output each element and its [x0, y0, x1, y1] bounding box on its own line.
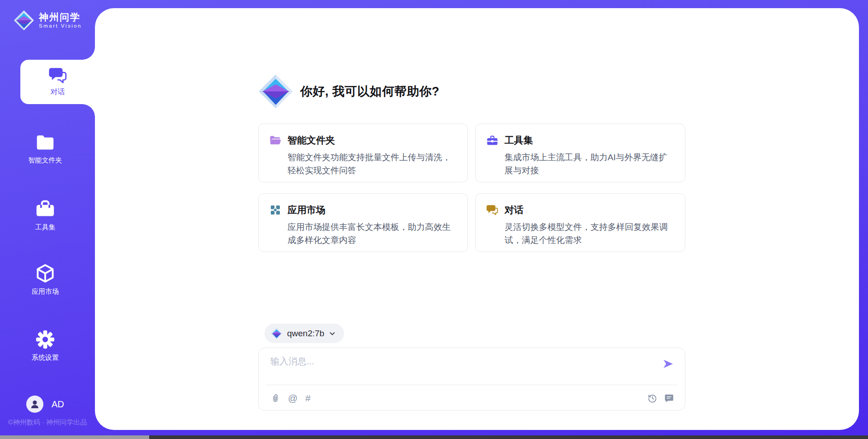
chat-bubbles-icon	[486, 205, 498, 215]
brand-subtitle: Smart Vision	[39, 23, 82, 29]
card-title: 对话	[505, 204, 524, 216]
mention-button[interactable]: @	[288, 393, 297, 403]
gear-icon	[35, 330, 55, 349]
sidebar-item-label: 工具集	[35, 223, 56, 232]
sidebar-item-chat[interactable]: 对话	[20, 60, 95, 104]
sidebar-item-label: 对话	[51, 87, 65, 97]
card-description: 应用市场提供丰富长文本模板，助力高效生成多样化文章内容	[288, 220, 458, 247]
copyright-footer: ©神州数码 · 神州问学出品	[0, 418, 95, 427]
sidebar-item-smart-folder[interactable]: 智能文件夹	[0, 133, 90, 165]
brand-name: 神州问学	[39, 12, 82, 23]
new-chat-button[interactable]	[664, 393, 674, 403]
brand-logo: 神州问学 Smart Vision	[14, 10, 82, 31]
chevron-down-icon	[329, 330, 336, 337]
card-toolset[interactable]: 工具集 集成市场上主流工具，助力AI与外界无缝扩展与对接	[475, 124, 685, 182]
sidebar-item-settings[interactable]: 系统设置	[0, 330, 90, 362]
main-panel: 你好, 我可以如何帮助你? 智能文件夹 智能文件夹功能支持批量文件上传与清洗，轻…	[95, 8, 859, 430]
card-title: 工具集	[505, 134, 533, 147]
send-button[interactable]	[662, 358, 674, 370]
history-button[interactable]	[647, 393, 657, 403]
horizontal-scrollbar[interactable]	[0, 435, 868, 439]
toolbox-icon	[486, 135, 498, 146]
feature-cards: 智能文件夹 智能文件夹功能支持批量文件上传与清洗，轻松实现文件问答 工具集 集成…	[258, 124, 685, 252]
card-description: 灵活切换多模型文件，支持多样回复效果调试，满足个性化需求	[505, 220, 675, 247]
sidebar-item-label: 智能文件夹	[28, 156, 62, 165]
greeting: 你好, 我可以如何帮助你?	[258, 72, 685, 110]
sidebar-item-label: 应用市场	[32, 287, 59, 296]
card-smart-folder[interactable]: 智能文件夹 智能文件夹功能支持批量文件上传与清洗，轻松实现文件问答	[258, 124, 468, 182]
chat-bubbles-icon	[49, 67, 67, 84]
diamond-gem-icon	[271, 327, 283, 340]
attach-file-button[interactable]	[270, 393, 280, 403]
person-icon	[29, 399, 40, 410]
scrollbar-thumb[interactable]	[0, 435, 149, 439]
comment-filled-icon	[664, 393, 674, 403]
card-title: 应用市场	[288, 204, 326, 216]
composer-divider	[266, 385, 678, 385]
user-initials: AD	[52, 399, 64, 410]
card-description: 智能文件夹功能支持批量文件上传与清洗，轻松实现文件问答	[288, 151, 458, 177]
sidebar: 神州问学 Smart Vision 对话 智能文件夹 工具集	[0, 0, 95, 439]
message-input[interactable]	[270, 355, 653, 382]
paperclip-icon	[270, 393, 280, 403]
card-description: 集成市场上主流工具，助力AI与外界无缝扩展与对接	[505, 151, 675, 177]
model-name: qwen2:7b	[287, 329, 324, 339]
card-title: 智能文件夹	[288, 134, 335, 147]
diamond-gem-icon	[258, 73, 293, 110]
model-selector[interactable]: qwen2:7b	[264, 324, 344, 343]
app-grid-icon	[269, 205, 281, 215]
composer-toolbar: @ #	[270, 391, 674, 406]
sidebar-item-label: 系统设置	[32, 353, 59, 362]
briefcase-icon	[35, 200, 55, 219]
greeting-title: 你好, 我可以如何帮助你?	[300, 83, 439, 100]
cube-icon	[35, 264, 55, 283]
history-clock-icon	[647, 393, 657, 403]
avatar	[26, 396, 43, 413]
folder-icon	[269, 135, 281, 146]
sidebar-item-app-market[interactable]: 应用市场	[0, 264, 90, 296]
topic-button[interactable]: #	[305, 393, 311, 403]
card-app-market[interactable]: 应用市场 应用市场提供丰富长文本模板，助力高效生成多样化文章内容	[258, 193, 468, 252]
message-composer: @ #	[258, 348, 685, 410]
folder-icon	[35, 133, 55, 152]
card-chat[interactable]: 对话 灵活切换多模型文件，支持多样回复效果调试，满足个性化需求	[475, 193, 685, 252]
user-account[interactable]: AD	[26, 396, 64, 413]
diamond-gem-icon	[14, 10, 34, 31]
send-arrow-icon	[662, 358, 674, 370]
sidebar-item-toolset[interactable]: 工具集	[0, 200, 90, 232]
